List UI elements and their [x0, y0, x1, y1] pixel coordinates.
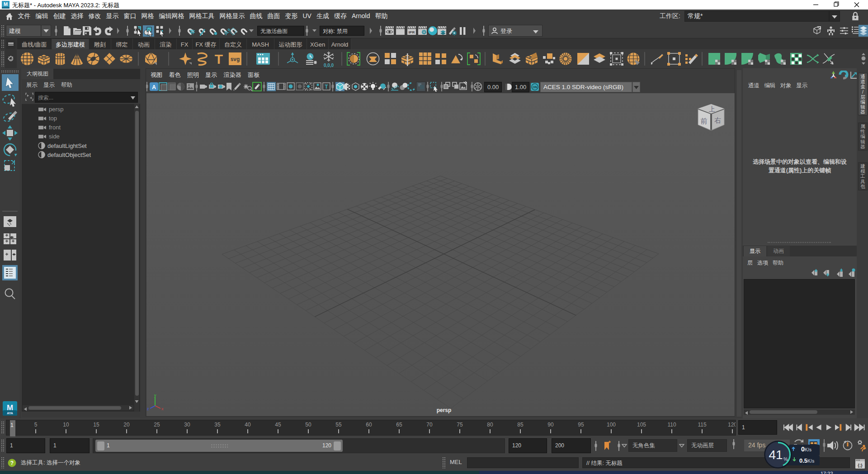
- svg-text:front: front: [49, 124, 61, 131]
- svg-text:右: 右: [714, 116, 722, 124]
- svg-text:35: 35: [214, 422, 221, 428]
- svg-text:65: 65: [396, 422, 402, 428]
- svg-text:defaultObjectSet: defaultObjectSet: [47, 152, 91, 158]
- svg-text:90: 90: [547, 422, 554, 428]
- svg-text:M: M: [7, 403, 13, 412]
- svg-text:y: y: [154, 394, 156, 398]
- svg-text:15: 15: [93, 422, 99, 428]
- svg-text:IPR: IPR: [409, 30, 415, 34]
- svg-text:85: 85: [517, 422, 524, 428]
- svg-text:5: 5: [34, 422, 38, 428]
- svg-text:10: 10: [63, 422, 69, 428]
- svg-text:top: top: [49, 115, 57, 122]
- svg-text:105: 105: [637, 422, 646, 428]
- svg-text:110: 110: [667, 422, 676, 428]
- svg-text:z: z: [147, 407, 149, 411]
- svg-text:120: 120: [728, 422, 736, 428]
- svg-text:前: 前: [701, 117, 708, 125]
- svg-text:AYA: AYA: [7, 412, 13, 415]
- svg-text:T: T: [325, 84, 328, 90]
- svg-text:0,0,0: 0,0,0: [324, 63, 334, 68]
- svg-text:80: 80: [487, 422, 493, 428]
- svg-text:A: A: [152, 84, 156, 90]
- svg-text:?: ?: [10, 460, 14, 466]
- svg-text:0.5K/s: 0.5K/s: [799, 457, 815, 464]
- svg-text:persp: persp: [49, 106, 64, 113]
- svg-text:70: 70: [426, 422, 433, 428]
- svg-text:75: 75: [457, 422, 463, 428]
- svg-text:%: %: [783, 456, 788, 462]
- svg-text:50: 50: [305, 422, 311, 428]
- svg-text:95: 95: [578, 422, 584, 428]
- svg-text:side: side: [49, 133, 60, 140]
- svg-text:x: x: [161, 407, 164, 411]
- svg-text:30: 30: [184, 422, 190, 428]
- svg-text:上: 上: [709, 105, 715, 113]
- svg-text:55: 55: [335, 422, 342, 428]
- svg-text:60: 60: [366, 422, 372, 428]
- svg-text:ON: ON: [533, 85, 537, 89]
- svg-text:100: 100: [607, 422, 616, 428]
- svg-text:defaultLightSet: defaultLightSet: [47, 142, 87, 149]
- svg-text:T: T: [215, 52, 223, 66]
- svg-text:20: 20: [123, 422, 130, 428]
- svg-text:svg: svg: [231, 56, 240, 62]
- svg-text:40: 40: [245, 422, 251, 428]
- svg-text:45: 45: [275, 422, 281, 428]
- svg-text:M: M: [4, 1, 8, 7]
- svg-text:41: 41: [769, 448, 783, 462]
- svg-text:115: 115: [698, 422, 706, 428]
- svg-text:25: 25: [154, 422, 160, 428]
